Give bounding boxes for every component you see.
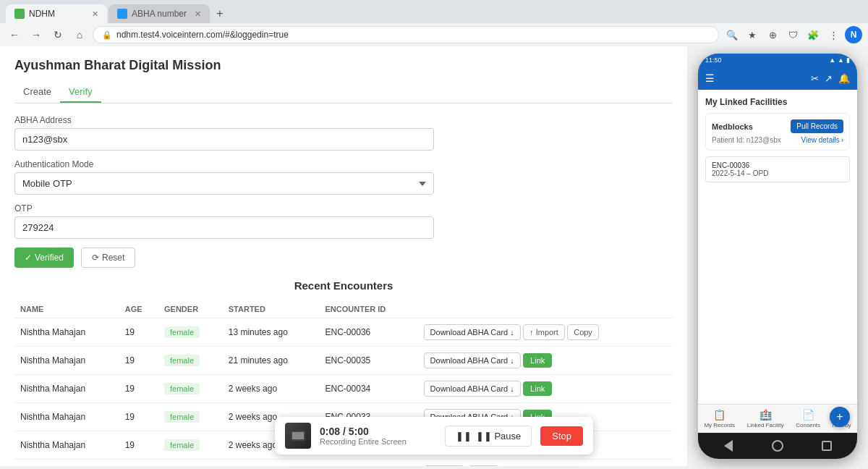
battery-icon: ▮: [846, 56, 850, 64]
nav-consents[interactable]: 📄 Consents: [796, 409, 820, 428]
import-button[interactable]: ↑ Import: [523, 324, 565, 340]
tab-ndhm-close[interactable]: ✕: [92, 9, 98, 19]
pause-button[interactable]: ❚❚ ❚❚ Pause: [445, 426, 532, 447]
download-abha-card-button[interactable]: Download ABHA Card ↓: [424, 352, 521, 368]
abha-address-input[interactable]: [14, 128, 434, 151]
phone-enc-date: 2022-5-14 – OPD: [712, 169, 843, 177]
screen-record-icon: [291, 431, 305, 441]
new-tab-button[interactable]: +: [211, 5, 229, 22]
cell-gender: female: [158, 403, 223, 431]
address-bar[interactable]: 🔒 ndhm.test4.voiceintern.com/#&loggedin=…: [93, 26, 719, 43]
nav-my-records-label: My Records: [704, 422, 735, 428]
cell-gender: female: [158, 347, 223, 375]
download-abha-card-button[interactable]: Download ABHA Card ↓: [424, 324, 521, 340]
cell-actions: Download ABHA Card ↓ Link: [418, 347, 673, 375]
cell-started: [223, 460, 320, 467]
back-nav-button[interactable]: [721, 439, 736, 453]
table-row: Nishtha Mahajan 19 ↑ Import Copy: [14, 460, 673, 467]
forward-button[interactable]: →: [27, 26, 45, 43]
link-button[interactable]: Link: [523, 381, 552, 396]
auth-mode-label: Authentication Mode: [14, 159, 673, 169]
my-records-icon: 📋: [713, 409, 726, 421]
tab-abha[interactable]: ABHA number ✕: [109, 4, 210, 23]
link-button[interactable]: Link: [523, 353, 552, 368]
stop-button[interactable]: Stop: [540, 426, 583, 446]
cell-started: 21 minutes ago: [223, 347, 320, 375]
back-button[interactable]: ←: [6, 26, 23, 43]
phone-status-icons: ▲ ▲ ▮: [829, 56, 850, 64]
puzzle-icon[interactable]: 🧩: [804, 26, 822, 43]
recording-thumb-inner: [285, 423, 311, 449]
col-gender: GENDER: [158, 300, 223, 318]
copy-button[interactable]: Copy: [468, 465, 500, 466]
tab-abha-close[interactable]: ✕: [195, 9, 201, 19]
abha-address-label: ABHA Address: [14, 115, 673, 125]
phone-frame: 11:50 ▲ ▲ ▮ ☰ ✂ ↗ 🔔: [698, 54, 857, 459]
menu-icon[interactable]: ⋮: [825, 26, 842, 43]
tab-ndhm[interactable]: NDHM ✕: [6, 4, 107, 23]
tab-verify[interactable]: Verify: [60, 82, 101, 103]
table-row: Nishtha Mahajan 19 female 2 weeks ago EN…: [14, 375, 673, 403]
pull-records-button[interactable]: Pull Records: [791, 119, 843, 133]
encounters-title: Recent Encounters: [14, 279, 673, 292]
cell-gender: female: [158, 375, 223, 403]
cell-gender: female: [158, 318, 223, 347]
profile-icon[interactable]: N: [845, 26, 862, 43]
right-panel: 11:50 ▲ ▲ ▮ ☰ ✂ ↗ 🔔: [687, 46, 868, 466]
svg-rect-1: [292, 432, 304, 439]
phone-facility-header: Medblocks Pull Records: [712, 119, 843, 133]
cell-started: 13 minutes ago: [223, 318, 320, 347]
cell-gender: [158, 460, 223, 467]
cell-name: Nishtha Mahajan: [14, 347, 119, 375]
recents-nav-button[interactable]: [820, 439, 834, 453]
home-button[interactable]: ⌂: [71, 26, 88, 43]
gender-badge: female: [164, 355, 200, 366]
nav-my-records[interactable]: 📋 My Records: [704, 409, 735, 428]
verified-button[interactable]: ✓ Verified: [14, 248, 74, 268]
view-details-button[interactable]: View details ›: [801, 136, 843, 144]
bookmark-icon[interactable]: ★: [744, 26, 761, 43]
share-icon[interactable]: ↗: [825, 73, 833, 84]
nav-linked-facility[interactable]: 🏥 Linked Facility: [747, 409, 784, 428]
gender-badge: female: [164, 383, 200, 394]
cell-age: 19: [119, 431, 158, 460]
abha-favicon: [117, 9, 127, 19]
tab-create[interactable]: Create: [14, 82, 60, 103]
extension-icon[interactable]: ⊕: [764, 26, 781, 43]
reload-button[interactable]: ↻: [49, 26, 67, 43]
hamburger-icon[interactable]: ☰: [705, 72, 715, 84]
cell-enc-id: ENC-00036: [320, 318, 418, 347]
cell-enc-id: [320, 460, 418, 467]
cell-enc-id: ENC-00034: [320, 375, 418, 403]
phone-content: My Linked Facilities Medblocks Pull Reco…: [698, 90, 857, 404]
phone-fab[interactable]: +: [830, 407, 850, 427]
col-started: STARTED: [223, 300, 320, 318]
gender-badge: female: [164, 411, 200, 423]
reset-button[interactable]: ⟳ Reset: [81, 248, 135, 268]
address-bar-row: ← → ↻ ⌂ 🔒 ndhm.test4.voiceintern.com/#&l…: [0, 23, 868, 46]
scissor-icon[interactable]: ✂: [811, 73, 819, 84]
cell-name: Nishtha Mahajan: [14, 403, 119, 431]
tabs-nav: Create Verify: [14, 82, 673, 103]
shield-icon[interactable]: 🛡: [784, 26, 801, 43]
nav-consents-label: Consents: [796, 422, 820, 428]
auth-mode-wrapper: Mobile OTP: [14, 172, 434, 195]
phone-facility-card: Medblocks Pull Records Patient Id: n123@…: [705, 113, 850, 151]
import-button[interactable]: ↑ Import: [424, 465, 466, 466]
auth-mode-group: Authentication Mode Mobile OTP: [14, 159, 673, 195]
tab-bar: NDHM ✕ ABHA number ✕ +: [0, 0, 868, 23]
otp-input[interactable]: [14, 216, 434, 239]
reset-icon: ⟳: [92, 253, 99, 263]
download-abha-card-button[interactable]: Download ABHA Card ↓: [424, 381, 521, 397]
phone-patient-id: Patient Id: n123@sbx: [712, 136, 781, 144]
back-triangle-icon: [724, 440, 733, 452]
copy-button[interactable]: Copy: [567, 324, 599, 340]
auth-mode-select[interactable]: Mobile OTP: [14, 172, 434, 195]
home-nav-button[interactable]: [770, 439, 785, 453]
bell-icon[interactable]: 🔔: [838, 73, 850, 84]
phone-encounter-card: ENC-00036 2022-5-14 – OPD: [705, 156, 850, 182]
search-icon[interactable]: 🔍: [723, 26, 741, 43]
ndhm-favicon: [14, 9, 25, 19]
cell-name: Nishtha Mahajan: [14, 318, 119, 347]
pause-icon: ❚❚: [456, 431, 472, 441]
